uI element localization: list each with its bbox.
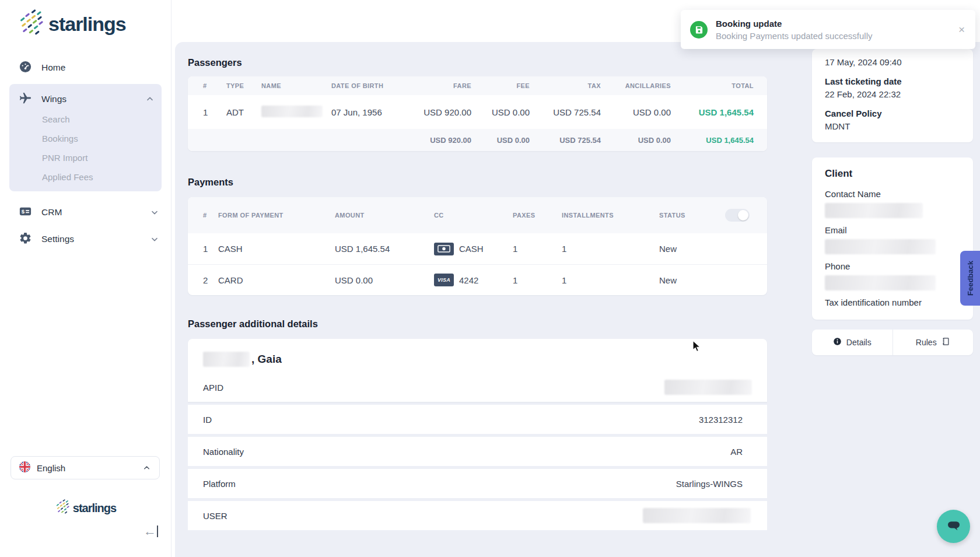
cancel-policy-label: Cancel Policy [825, 108, 960, 120]
detail-value: AR [730, 447, 743, 457]
language-label: English [37, 463, 65, 473]
sidebar-item-applied-fees[interactable]: Applied Fees [9, 167, 162, 187]
dashboard-icon [19, 60, 32, 76]
bar-glyph [157, 526, 158, 537]
col-num: # [203, 82, 226, 89]
col-dob: DATE OF BIRTH [331, 82, 422, 89]
sidebar-item-settings[interactable]: Settings [0, 229, 171, 250]
redacted-value [664, 380, 752, 395]
passenger-fare: USD 920.00 [422, 107, 471, 117]
redacted-value [643, 508, 751, 523]
col-amount: AMOUNT [335, 212, 434, 219]
chevron-up-icon [145, 94, 155, 104]
brand-logo[interactable]: starlings [18, 9, 126, 38]
col-fee: FEE [471, 82, 530, 89]
rules-button[interactable]: Rules [892, 330, 974, 355]
rules-button-label: Rules [916, 338, 937, 347]
col-ancillaries: ANCILLARIES [601, 82, 671, 89]
passenger-tax: USD 725.54 [530, 107, 601, 117]
col-name: NAME [261, 82, 331, 89]
booking-main-content: Passengers # TYPE NAME DATE OF BIRTH FAR… [188, 42, 767, 530]
airplane-icon [19, 92, 32, 107]
sidebar-item-bookings[interactable]: Bookings [9, 129, 162, 148]
payment-form: CARD [218, 275, 335, 285]
redacted-value [825, 203, 923, 218]
uk-flag-icon [19, 461, 30, 475]
col-tax: TAX [530, 82, 601, 89]
payment-paxes: 1 [513, 275, 562, 285]
sidebar-item-label: Wings [41, 94, 66, 104]
col-type: TYPE [226, 82, 261, 89]
sidebar-item-crm[interactable]: $ CRM [0, 202, 171, 223]
close-icon[interactable]: × [958, 24, 965, 35]
chat-widget-button[interactable] [937, 510, 970, 543]
payment-paxes: 1 [513, 244, 562, 254]
passenger-ancillaries: USD 0.00 [601, 107, 671, 117]
passenger-row[interactable]: 1 ADT 07 Jun, 1956 USD 920.00 USD 0.00 U… [188, 95, 767, 129]
col-num: # [203, 212, 218, 219]
booking-actions-bar: Details Rules [812, 330, 973, 355]
passenger-full-name: , Gaia [188, 339, 767, 373]
passenger-name-redacted [261, 106, 331, 119]
brand-wordmark: starlings [73, 502, 116, 515]
payment-installments: 1 [562, 244, 659, 254]
passenger-fee: USD 0.00 [471, 107, 530, 117]
totals-fee: USD 0.00 [471, 136, 530, 145]
col-installments: INSTALLMENTS [562, 212, 659, 219]
detail-row-platform: Platform Starlings-WINGS [188, 469, 767, 498]
sidebar-item-label: CRM [41, 207, 62, 218]
speech-bubble-icon [945, 517, 963, 537]
language-selector[interactable]: English [10, 456, 160, 479]
passenger-type: ADT [226, 107, 261, 117]
passenger-additional-details: , Gaia APID ID 312312312 Nationality AR … [188, 339, 767, 530]
col-fare: FARE [422, 82, 471, 89]
feedback-tab-label: Feedback [966, 261, 975, 296]
payment-row[interactable]: 1 CASH USD 1,645.54 CASH 1 1 New [188, 233, 767, 264]
created-date-value: 17 May, 2024 09:40 [825, 57, 960, 68]
detail-row-nationality: Nationality AR [188, 437, 767, 466]
payment-installments: 1 [562, 275, 659, 285]
toggle-knob [738, 210, 748, 220]
field-label: Tax identification number [825, 297, 960, 307]
toast-text: Booking update Booking Payments updated … [716, 19, 950, 41]
toast-title: Booking update [716, 19, 950, 29]
detail-label: Platform [203, 479, 236, 489]
details-button[interactable]: Details [812, 330, 892, 355]
feedback-tab[interactable]: Feedback [960, 251, 980, 306]
payment-cc-text: 4242 [459, 275, 478, 285]
booking-dates-card: 17 May, 2024 09:40 Last ticketing date 2… [812, 49, 973, 142]
sidebar-item-label: Home [41, 62, 65, 73]
payment-row[interactable]: 2 CARD USD 0.00 VISA 4242 1 1 New [188, 264, 767, 295]
detail-value: 312312312 [699, 415, 743, 425]
starlings-murmuration-icon [18, 9, 44, 38]
passenger-num: 1 [203, 107, 226, 117]
sidebar-item-search[interactable]: Search [9, 110, 162, 129]
detail-row-id: ID 312312312 [188, 405, 767, 434]
sidebar-item-pnr-import[interactable]: PNR Import [9, 148, 162, 167]
passengers-totals-row: USD 920.00 USD 0.00 USD 725.54 USD 0.00 … [188, 129, 767, 151]
payments-status-toggle[interactable] [725, 209, 750, 222]
save-success-icon [690, 21, 708, 38]
starlings-murmuration-icon [55, 499, 70, 517]
col-paxes: PAXES [513, 212, 562, 219]
totals-fare: USD 920.00 [422, 136, 471, 145]
redacted-surname [203, 352, 250, 367]
toast-message: Booking Payments updated successfully [716, 31, 950, 41]
payment-cc: VISA 4242 [434, 274, 513, 286]
detail-value: Starlings-WINGS [676, 479, 743, 489]
payment-num: 1 [203, 244, 218, 254]
gear-icon [19, 232, 32, 247]
payment-amount: USD 0.00 [335, 275, 434, 285]
visa-icon: VISA [434, 274, 454, 286]
payment-num: 2 [203, 275, 218, 285]
col-status: STATUS [659, 212, 723, 219]
sidebar-item-wings[interactable]: Wings [9, 89, 162, 110]
payment-status: New [659, 275, 723, 285]
payment-form: CASH [218, 244, 335, 254]
additional-details-section-title: Passenger additional details [188, 318, 767, 330]
sidebar-item-label: Settings [41, 234, 74, 244]
payments-table-header: # FORM OF PAYMENT AMOUNT CC PAXES INSTAL… [188, 197, 767, 233]
passengers-table: # TYPE NAME DATE OF BIRTH FARE FEE TAX A… [188, 76, 767, 151]
collapse-sidebar-icon[interactable]: ← [144, 524, 158, 539]
sidebar-item-home[interactable]: Home [0, 57, 171, 78]
